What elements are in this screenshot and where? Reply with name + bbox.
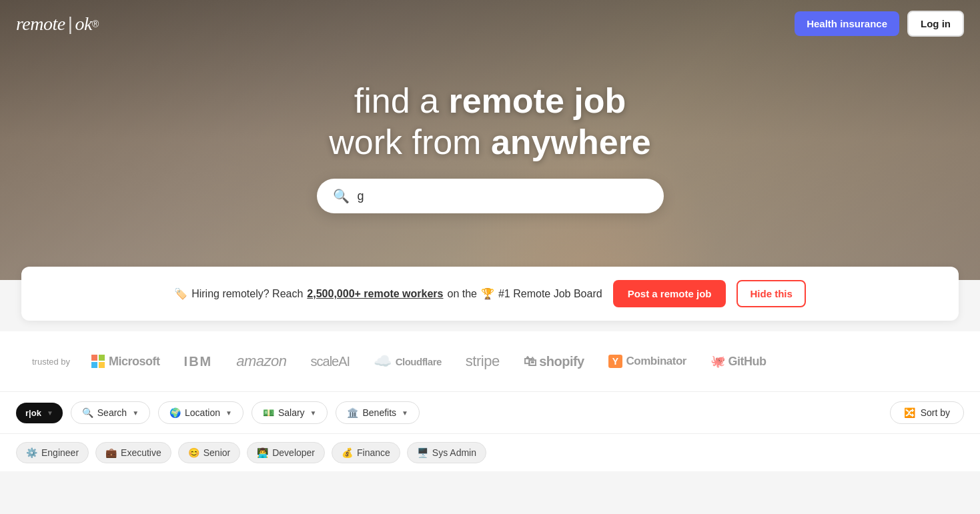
engineer-icon: ⚙️ [26, 447, 37, 458]
cloudflare-name: Cloudflare [396, 356, 442, 367]
search-icon: 🔍 [333, 188, 350, 204]
hero-headline-line2: work from anywhere [329, 121, 651, 163]
location-filter-globe-icon: 🌍 [169, 407, 181, 418]
search-filter-label: Search [97, 407, 127, 418]
tag-executive[interactable]: 💼 Executive [95, 442, 171, 463]
login-button[interactable]: Log in [907, 11, 964, 37]
logo-registered: ® [92, 19, 99, 29]
shopify-bag-icon: 🛍 [524, 354, 537, 369]
hero-section: remote | ok ® Health insurance Log in fi… [0, 0, 980, 280]
site-logo: remote | ok ® [16, 13, 99, 35]
tags-bar: ⚙️ Engineer 💼 Executive 😊 Senior 👨‍💻 Dev… [0, 434, 980, 471]
developer-icon: 👨‍💻 [257, 447, 268, 458]
scaleai-logo: scaleAI [311, 354, 350, 369]
finance-label: Finance [357, 447, 390, 458]
github-logo: 🐙 GitHub [710, 354, 767, 369]
sysadmin-label: Sys Admin [432, 447, 476, 458]
tag-finance[interactable]: 💰 Finance [332, 442, 400, 463]
stripe-logo: stripe [466, 353, 500, 370]
developer-label: Developer [272, 447, 315, 458]
banner-trophy: 🏆 [481, 287, 494, 300]
salary-filter-label: Salary [278, 407, 305, 418]
logo-ok-text: ok [75, 13, 92, 35]
github-name: GitHub [728, 355, 766, 369]
search-filter-button[interactable]: 🔍 Search ▼ [71, 401, 150, 424]
logo-remote-text: remote [16, 13, 65, 35]
sort-by-icon: 🔀 [904, 407, 915, 418]
health-insurance-button[interactable]: Health insurance [795, 11, 899, 36]
cloudflare-logo: ☁️ Cloudflare [374, 353, 442, 370]
location-filter-button[interactable]: 🌍 Location ▼ [158, 401, 243, 424]
salary-filter-button[interactable]: 💵 Salary ▼ [252, 401, 328, 424]
benefits-filter-icon: 🏛️ [347, 407, 358, 418]
sysadmin-icon: 🖥️ [417, 447, 428, 458]
hero-search-input[interactable] [358, 189, 648, 203]
tag-senior[interactable]: 😊 Senior [178, 442, 240, 463]
sort-by-button[interactable]: 🔀 Sort by [890, 401, 964, 424]
microsoft-logo: Microsoft [91, 355, 160, 369]
hero-headline: find a remote job work from anywhere [329, 80, 651, 163]
salary-filter-icon: 💵 [263, 407, 274, 418]
search-filter-icon: 🔍 [82, 407, 93, 418]
filter-bar: r|ok ▼ 🔍 Search ▼ 🌍 Location ▼ 💵 Salary … [0, 391, 980, 434]
ycombinator-logo: Y Combinator [608, 355, 686, 368]
senior-label: Senior [203, 447, 230, 458]
yc-box-icon: Y [608, 355, 622, 368]
tag-sysadmin[interactable]: 🖥️ Sys Admin [407, 442, 486, 463]
tag-engineer[interactable]: ⚙️ Engineer [16, 442, 89, 463]
ms-q3 [91, 362, 97, 368]
ms-q2 [99, 355, 105, 361]
header-actions: Health insurance Log in [795, 11, 964, 37]
trusted-section: trusted by Microsoft IBM amazon scaleAI … [0, 331, 980, 391]
banner-emoji-tag: 🏷️ [174, 287, 187, 300]
search-filter-chevron-icon: ▼ [132, 409, 139, 417]
banner-on: on the [447, 288, 476, 300]
hiring-banner: 🏷️ Hiring remotely? Reach 2,500,000+ rem… [21, 267, 959, 321]
trusted-logos: Microsoft IBM amazon scaleAI ☁️ Cloudfla… [91, 353, 766, 370]
logo-divider: | [68, 13, 73, 35]
benefits-filter-chevron-icon: ▼ [402, 409, 408, 417]
benefits-filter-button[interactable]: 🏛️ Benefits ▼ [336, 401, 420, 424]
sort-by-label: Sort by [921, 407, 950, 418]
executive-icon: 💼 [105, 447, 117, 458]
github-octocat-icon: 🐙 [710, 354, 725, 369]
hero-search-bar[interactable]: 🔍 [317, 179, 664, 213]
logo-filter-text: r|ok [25, 408, 41, 418]
banner-workers-link[interactable]: 2,500,000+ remote workers [307, 288, 443, 300]
engineer-label: Engineer [41, 447, 79, 458]
microsoft-name: Microsoft [109, 355, 160, 369]
cloudflare-cloud-icon: ☁️ [374, 353, 392, 370]
hide-banner-button[interactable]: Hide this [737, 280, 805, 307]
header: remote | ok ® Health insurance Log in [0, 0, 980, 47]
logo-filter-chevron-icon: ▼ [47, 409, 53, 417]
amazon-logo: amazon [236, 353, 286, 370]
benefits-filter-label: Benefits [362, 407, 396, 418]
logo-filter-button[interactable]: r|ok ▼ [16, 403, 63, 423]
ycombinator-name: Combinator [626, 355, 686, 368]
banner-text: 🏷️ Hiring remotely? Reach 2,500,000+ rem… [174, 287, 602, 300]
ms-q1 [91, 355, 97, 361]
senior-icon: 😊 [188, 447, 199, 458]
post-remote-job-button[interactable]: Post a remote job [613, 280, 726, 307]
banner-board-text: #1 Remote Job Board [498, 288, 602, 300]
hero-content: find a remote job work from anywhere 🔍 [317, 80, 664, 214]
finance-icon: 💰 [342, 447, 353, 458]
trusted-label: trusted by [32, 357, 70, 367]
location-filter-chevron-icon: ▼ [225, 409, 232, 417]
shopify-logo: 🛍 shopify [524, 354, 584, 369]
ibm-logo: IBM [184, 354, 213, 369]
location-filter-label: Location [185, 407, 220, 418]
shopify-name: shopify [539, 354, 584, 369]
microsoft-grid-icon [91, 355, 105, 368]
ms-q4 [99, 362, 105, 368]
executive-label: Executive [121, 447, 161, 458]
hero-headline-line1: find a remote job [329, 80, 651, 121]
salary-filter-chevron-icon: ▼ [310, 409, 317, 417]
tag-developer[interactable]: 👨‍💻 Developer [247, 442, 325, 463]
banner-intro: Hiring remotely? Reach [191, 288, 303, 300]
